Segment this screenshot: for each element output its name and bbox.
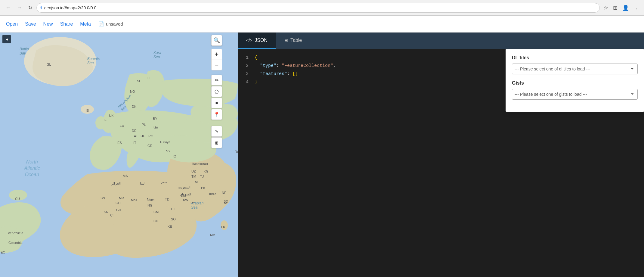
table-tab[interactable]: ⊞ Table (276, 33, 310, 49)
app-header: Open Save New Share Meta 📄 unsaved (0, 16, 644, 33)
document-icon: 📄 (98, 21, 104, 27)
map-svg (0, 33, 238, 277)
code-content-3: "features": [] (255, 70, 298, 78)
zoom-in-button[interactable]: + (211, 49, 222, 60)
save-link[interactable]: Save (25, 21, 36, 27)
gists-select[interactable]: --- Please select one of gists to load -… (512, 89, 638, 100)
extensions-button[interactable]: ⊞ (612, 3, 619, 12)
unsaved-indicator: 📄 unsaved (98, 21, 123, 27)
table-tab-icon: ⊞ (284, 38, 288, 43)
share-link[interactable]: Share (60, 21, 73, 27)
overlay-panel: DL tiles --- Please select one of dl til… (506, 49, 644, 112)
right-panel: </> JSON ⊞ Table 1 { 2 "type": "FeatureC… (238, 33, 644, 277)
browser-actions: ☆ ⊞ 👤 ⋮ (602, 3, 640, 12)
panel-tabs: </> JSON ⊞ Table (238, 33, 644, 49)
draw-rectangle-button[interactable]: ■ (211, 98, 222, 108)
back-button[interactable]: ← (4, 3, 13, 12)
collapse-button[interactable]: ◂ (2, 35, 11, 43)
svg-point-4 (221, 220, 228, 230)
open-link[interactable]: Open (6, 21, 18, 27)
edit-tools: ✎ 🗑 (211, 126, 222, 148)
main-layout: GL BarentsSea KaraSea NorwegianSea IS SE… (0, 33, 644, 277)
draw-point-button[interactable]: 📍 (211, 109, 222, 120)
delete-button[interactable]: 🗑 (211, 137, 222, 148)
address-bar[interactable]: ℹ geojson.io/#map=2/20.0/0.0 (36, 3, 600, 13)
svg-point-3 (95, 116, 106, 129)
line-number-1: 1 (243, 54, 249, 62)
zoom-controls: + − (211, 49, 222, 70)
dl-tiles-section: DL tiles --- Please select one of dl til… (512, 55, 638, 74)
svg-point-5 (9, 190, 27, 201)
json-tab[interactable]: </> JSON (238, 33, 276, 49)
browser-chrome: ← → ↻ ℹ geojson.io/#map=2/20.0/0.0 ☆ ⊞ 👤… (0, 0, 644, 16)
table-tab-label: Table (290, 38, 302, 43)
gists-title: Gists (512, 80, 638, 86)
gists-section: Gists --- Please select one of gists to … (512, 80, 638, 100)
dl-tiles-select[interactable]: --- Please select one of dl tiles to loa… (512, 64, 638, 74)
line-number-4: 4 (243, 78, 249, 86)
line-number-2: 2 (243, 62, 249, 70)
map-area[interactable]: GL BarentsSea KaraSea NorwegianSea IS SE… (0, 33, 238, 277)
search-container: 🔍 (211, 35, 222, 46)
json-tab-label: JSON (255, 38, 268, 43)
profile-button[interactable]: 👤 (621, 3, 630, 12)
code-content-4: } (255, 78, 257, 86)
line-number-3: 3 (243, 70, 249, 78)
draw-line-button[interactable]: ✏ (211, 75, 222, 86)
code-content-1: { (255, 54, 257, 62)
search-button[interactable]: 🔍 (211, 35, 222, 46)
unsaved-label: unsaved (106, 21, 123, 26)
forward-button[interactable]: → (15, 3, 24, 12)
reload-button[interactable]: ↻ (26, 4, 34, 12)
bookmark-button[interactable]: ☆ (602, 3, 609, 12)
zoom-out-button[interactable]: − (211, 60, 222, 70)
draw-polygon-button[interactable]: ⬠ (211, 86, 222, 97)
dl-tiles-title: DL tiles (512, 55, 638, 61)
info-icon: ℹ (40, 5, 42, 10)
code-content-2: "type": "FeatureCollection", (255, 62, 336, 70)
svg-point-2 (81, 105, 94, 114)
url-text: geojson.io/#map=2/20.0/0.0 (44, 5, 596, 10)
edit-button[interactable]: ✎ (211, 126, 222, 137)
meta-link[interactable]: Meta (80, 21, 91, 27)
more-button[interactable]: ⋮ (633, 3, 640, 12)
json-tab-icon: </> (246, 38, 252, 43)
new-link[interactable]: New (43, 21, 53, 27)
draw-tools: ✏ ⬠ ■ 📍 (211, 75, 222, 120)
